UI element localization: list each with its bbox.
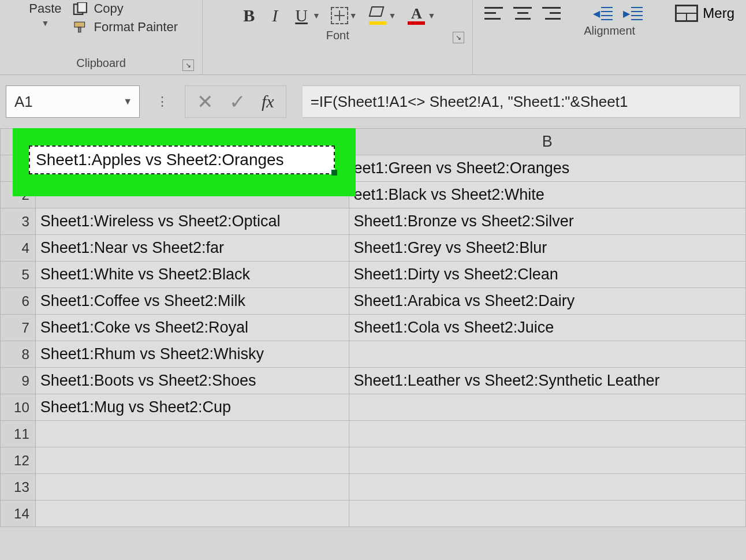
clipboard-group-label: Clipboard ↘ [6, 54, 196, 74]
table-row: 8Sheet1:Rhum vs Sheet2:Whisky [1, 341, 746, 368]
spreadsheet-grid: A B 1Sheet1:Apples vs Sheet2:Orangeseet1… [0, 128, 746, 527]
align-right-button[interactable] [542, 5, 561, 21]
active-cell[interactable]: Sheet1:Apples vs Sheet2:Oranges [29, 145, 335, 174]
cell[interactable] [349, 341, 745, 368]
table-row: 7Sheet1:Coke vs Sheet2:RoyalSheet1:Cola … [1, 315, 746, 341]
cell[interactable] [349, 421, 745, 447]
cell[interactable]: Sheet1:Coke vs Sheet2:Royal [35, 315, 349, 341]
row-header[interactable]: 13 [1, 474, 36, 501]
merge-center-icon [675, 5, 698, 22]
cell[interactable] [349, 447, 745, 474]
row-header[interactable]: 4 [1, 235, 36, 262]
borders-button[interactable]: ▼ [331, 7, 357, 24]
svg-rect-2 [74, 22, 85, 27]
cell[interactable]: Sheet1:Mug vs Sheet2:Cup [35, 394, 349, 421]
bold-button[interactable]: B [240, 5, 258, 27]
table-row: 3Sheet1:Wireless vs Sheet2:OpticalSheet1… [1, 208, 746, 235]
formula-bar-options-icon[interactable]: ⋮ [156, 94, 169, 109]
borders-dropdown-icon[interactable]: ▼ [349, 11, 357, 20]
underline-button[interactable]: U [292, 5, 311, 27]
decrease-indent-icon: ◀ [593, 5, 613, 21]
cell[interactable]: eet1:Green vs Sheet2:Oranges [349, 155, 745, 182]
align-left-button[interactable] [484, 5, 503, 21]
font-dialog-launcher-icon[interactable]: ↘ [453, 32, 464, 43]
cell[interactable]: Sheet1:Coffee vs Sheet2:Milk [35, 288, 349, 315]
font-color-icon: A [406, 6, 426, 25]
name-box[interactable]: A1 ▼ [6, 85, 140, 118]
row-header[interactable]: 11 [1, 421, 36, 447]
font-color-button[interactable]: A ▼ [406, 6, 435, 25]
cell[interactable]: Sheet1:Dirty vs Sheet2:Clean [349, 262, 745, 288]
cell[interactable]: Sheet1:Boots vs Sheet2:Shoes [35, 368, 349, 394]
ribbon-group-alignment: ◀ ▶ Merg Alignment [473, 0, 746, 74]
cell[interactable]: Sheet1:Bronze vs Sheet2:Silver [349, 208, 745, 235]
clipboard-dialog-launcher-icon[interactable]: ↘ [182, 59, 194, 71]
row-header[interactable]: 8 [1, 341, 36, 368]
cell[interactable] [349, 501, 745, 527]
format-painter-label: Format Painter [94, 20, 178, 35]
active-cell-value: Sheet1:Apples vs Sheet2:Oranges [36, 151, 284, 169]
cell[interactable] [349, 474, 745, 501]
cell[interactable] [349, 394, 745, 421]
copy-button[interactable]: Copy [73, 1, 178, 16]
cell[interactable]: Sheet1:Grey vs Sheet2:Blur [349, 235, 745, 262]
row-header[interactable]: 6 [1, 288, 36, 315]
font-color-dropdown-icon[interactable]: ▼ [427, 11, 435, 20]
row-header[interactable]: 7 [1, 315, 36, 341]
increase-indent-button[interactable]: ▶ [623, 5, 643, 21]
formula-input[interactable]: =IF(Sheet1!A1<> Sheet2!A1, "Sheet1:"&She… [303, 85, 740, 118]
cell[interactable]: Sheet1:Near vs Sheet2:far [35, 235, 349, 262]
active-cell-highlight: Sheet1:Apples vs Sheet2:Oranges [13, 128, 356, 196]
cell[interactable]: eet1:Black vs Sheet2:White [349, 182, 745, 208]
table-row: 10Sheet1:Mug vs Sheet2:Cup [1, 394, 746, 421]
merge-center-button[interactable]: Merg [675, 5, 734, 22]
row-header[interactable]: 14 [1, 501, 36, 527]
align-center-icon [513, 5, 532, 21]
align-left-icon [484, 5, 503, 21]
italic-button[interactable]: I [268, 5, 281, 27]
cell[interactable]: Sheet1:White vs Sheet2:Black [35, 262, 349, 288]
paste-button[interactable]: Paste ▼ [24, 1, 66, 28]
copy-label: Copy [94, 1, 123, 16]
cell[interactable] [35, 501, 349, 527]
decrease-indent-button[interactable]: ◀ [593, 5, 613, 21]
name-box-dropdown-icon[interactable]: ▼ [123, 96, 132, 107]
format-painter-icon [73, 21, 89, 33]
fill-color-dropdown-icon[interactable]: ▼ [389, 11, 397, 20]
format-painter-button[interactable]: Format Painter [73, 20, 178, 35]
formula-text: =IF(Sheet1!A1<> Sheet2!A1, "Sheet1:"&She… [311, 93, 628, 111]
alignment-group-label: Alignment [479, 22, 740, 42]
cell[interactable] [35, 447, 349, 474]
align-center-button[interactable] [513, 5, 532, 21]
borders-icon [331, 7, 348, 24]
cell[interactable]: Sheet1:Cola vs Sheet2:Juice [349, 315, 745, 341]
cell[interactable] [35, 474, 349, 501]
cell[interactable]: Sheet1:Wireless vs Sheet2:Optical [35, 208, 349, 235]
table-row: 14 [1, 501, 746, 527]
cell[interactable]: Sheet1:Leather vs Sheet2:Synthetic Leath… [349, 368, 745, 394]
row-header[interactable]: 12 [1, 447, 36, 474]
accept-button[interactable]: ✓ [229, 90, 245, 113]
row-header[interactable]: 9 [1, 368, 36, 394]
column-header-b[interactable]: B [349, 129, 745, 155]
row-header[interactable]: 3 [1, 208, 36, 235]
row-header[interactable]: 5 [1, 262, 36, 288]
fill-color-button[interactable]: ▼ [368, 6, 397, 25]
copy-icon [73, 2, 89, 15]
table-row: 12 [1, 447, 746, 474]
cell[interactable] [35, 421, 349, 447]
fill-handle[interactable] [331, 170, 337, 176]
name-box-value: A1 [14, 93, 33, 111]
paste-dropdown-icon[interactable]: ▼ [41, 18, 49, 28]
cell[interactable]: Sheet1:Rhum vs Sheet2:Whisky [35, 341, 349, 368]
font-group-label: Font ↘ [208, 27, 467, 47]
underline-dropdown-icon[interactable]: ▼ [312, 11, 320, 20]
row-header[interactable]: 10 [1, 394, 36, 421]
formula-bar-actions: ✕ ✓ fx [185, 85, 286, 118]
merge-label: Merg [703, 5, 734, 21]
table-row: 9Sheet1:Boots vs Sheet2:ShoesSheet1:Leat… [1, 368, 746, 394]
cell[interactable]: Sheet1:Arabica vs Sheet2:Dairy [349, 288, 745, 315]
insert-function-button[interactable]: fx [262, 92, 274, 111]
table-row: 11 [1, 421, 746, 447]
cancel-button[interactable]: ✕ [197, 90, 213, 113]
